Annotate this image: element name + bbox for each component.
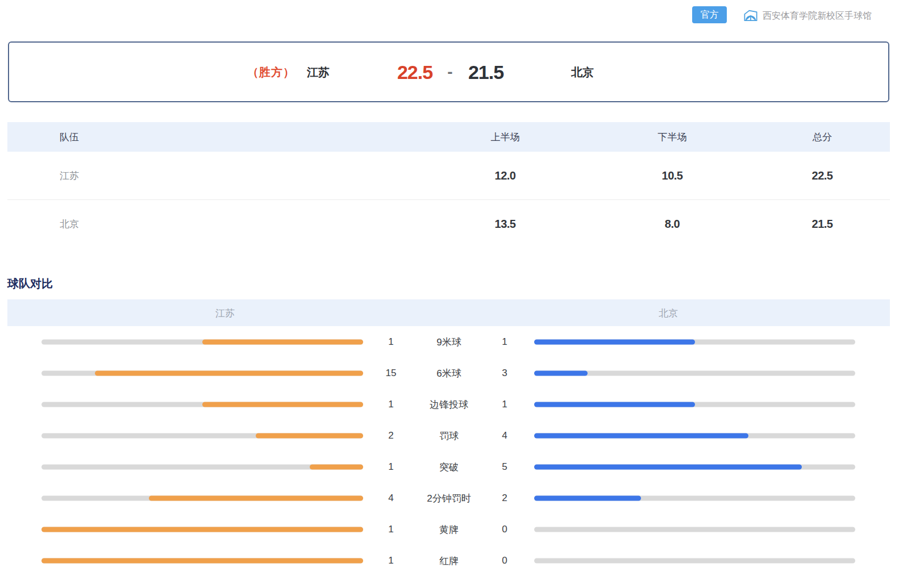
- team-name: 北京: [60, 218, 79, 231]
- col-total: 总分: [813, 131, 832, 144]
- col-second-half: 下半场: [658, 131, 687, 144]
- right-bar-track: [534, 464, 855, 469]
- left-value: 4: [388, 493, 393, 504]
- left-value: 1: [388, 336, 393, 348]
- right-bar-fill: [534, 370, 588, 376]
- second-half-score: 10.5: [662, 169, 683, 182]
- left-bar-track: [41, 402, 363, 407]
- stat-label: 6米球: [436, 366, 461, 380]
- stat-label: 9米球: [436, 335, 461, 348]
- right-bar-track: [534, 495, 855, 501]
- stat-label: 罚球: [439, 429, 459, 442]
- right-bar-fill: [534, 433, 748, 438]
- right-bar-fill: [534, 464, 802, 469]
- right-bar-track: [534, 339, 855, 344]
- left-value: 1: [388, 555, 393, 566]
- comparison-header: 江苏 北京: [7, 299, 890, 326]
- table-row-home: 江苏 12.0 10.5 22.5: [7, 152, 890, 199]
- right-value: 2: [502, 493, 507, 504]
- score-table: 队伍 上半场 下半场 总分 江苏 12.0 10.5 22.5 北京 13.5 …: [7, 122, 890, 248]
- second-half-score: 8.0: [665, 218, 680, 231]
- right-bar-track: [534, 433, 855, 438]
- left-bar-fill: [41, 558, 363, 563]
- stat-row: 4 2分钟罚时 2: [7, 482, 890, 514]
- first-half-score: 13.5: [495, 218, 516, 231]
- arena-icon: [742, 7, 759, 24]
- left-value: 2: [388, 430, 393, 441]
- stat-label: 突破: [439, 460, 459, 473]
- right-value: 3: [502, 368, 507, 379]
- right-value: 0: [502, 555, 507, 566]
- left-value: 15: [386, 368, 397, 379]
- stat-label: 边锋投球: [430, 398, 468, 411]
- left-value: 1: [388, 461, 393, 473]
- left-bar-track: [41, 339, 363, 344]
- left-bar-fill: [95, 370, 363, 376]
- right-bar-track: [534, 558, 855, 563]
- official-badge[interactable]: 官方: [692, 6, 727, 23]
- left-bar-fill: [310, 464, 363, 469]
- left-value: 1: [388, 399, 393, 410]
- stat-row: 1 红牌 0: [7, 545, 890, 576]
- team-name: 江苏: [60, 169, 79, 182]
- score-separator: -: [447, 63, 452, 81]
- comparison-right-team: 北京: [659, 306, 678, 319]
- stat-row: 2 罚球 4: [7, 420, 890, 451]
- stat-row: 15 6米球 3: [7, 357, 890, 389]
- right-bar-fill: [534, 339, 695, 344]
- right-bar-track: [534, 370, 855, 376]
- left-bar-track: [41, 495, 363, 501]
- right-bar-fill: [534, 402, 695, 407]
- right-value: 0: [502, 524, 507, 535]
- col-team: 队伍: [60, 131, 79, 144]
- venue-name: 西安体育学院新校区手球馆: [763, 7, 872, 24]
- left-bar-fill: [256, 433, 363, 438]
- left-bar-track: [41, 558, 363, 563]
- stat-row: 1 黄牌 0: [7, 514, 890, 545]
- score-panel: （胜方） 江苏 22.5 - 21.5 北京: [8, 41, 889, 102]
- score-table-header: 队伍 上半场 下半场 总分: [7, 122, 890, 152]
- left-bar-track: [41, 527, 363, 532]
- stat-row: 1 边锋投球 1: [7, 389, 890, 420]
- right-bar-track: [534, 527, 855, 532]
- left-bar-fill: [149, 495, 363, 501]
- stat-label: 红牌: [439, 554, 459, 567]
- table-row-away: 北京 13.5 8.0 21.5: [7, 200, 890, 248]
- home-team-name: 江苏: [307, 64, 330, 80]
- comparison-stats: 1 9米球 1 15 6米球 3 1 边锋投球 1 2 罚球 4: [7, 326, 890, 576]
- right-bar-fill: [534, 495, 641, 501]
- match-result-page: 官方 西安体育学院新校区手球馆 （胜方） 江苏 22.5 - 21.5 北京 队…: [0, 0, 899, 588]
- right-bar-track: [534, 402, 855, 407]
- stat-label: 黄牌: [439, 523, 459, 536]
- winner-label: （胜方）: [247, 64, 295, 80]
- away-score: 21.5: [468, 61, 503, 83]
- away-team-name: 北京: [571, 64, 594, 80]
- left-bar-track: [41, 464, 363, 469]
- right-value: 5: [502, 461, 507, 473]
- comparison-left-team: 江苏: [215, 306, 235, 319]
- left-bar-track: [41, 433, 363, 438]
- right-value: 4: [502, 430, 507, 441]
- total-score: 22.5: [812, 169, 833, 182]
- right-value: 1: [502, 336, 507, 348]
- left-bar-fill: [202, 339, 363, 344]
- col-first-half: 上半场: [491, 131, 520, 144]
- right-value: 1: [502, 399, 507, 410]
- stat-row: 1 突破 5: [7, 451, 890, 482]
- stat-row: 1 9米球 1: [7, 326, 890, 357]
- total-score: 21.5: [812, 218, 833, 231]
- left-bar-fill: [202, 402, 363, 407]
- left-value: 1: [388, 524, 393, 535]
- first-half-score: 12.0: [495, 169, 516, 182]
- stat-label: 2分钟罚时: [427, 491, 471, 504]
- comparison-title: 球队对比: [7, 276, 53, 291]
- home-score: 22.5: [397, 61, 432, 83]
- left-bar-track: [41, 370, 363, 376]
- left-bar-fill: [41, 527, 363, 532]
